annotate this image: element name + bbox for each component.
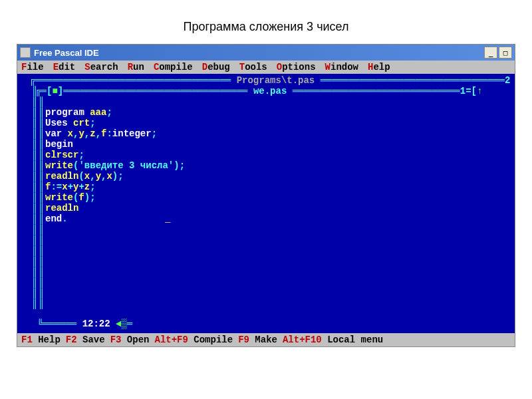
statusbar: F1 Help F2 Save F3 Open Alt+F9 Compile F… [17,333,515,346]
menu-edit[interactable]: Edit [53,62,76,72]
status-compile[interactable]: Alt+F9 Compile [154,334,233,345]
menu-file[interactable]: File [21,62,44,72]
back-window-frame: ╔═══════════════════════════════════ Pro… [19,75,515,86]
status-make[interactable]: F9 Make [238,334,277,345]
menubar[interactable]: File Edit Search Run Compile Debug Tools… [17,61,515,74]
app-icon [20,47,31,58]
menu-compile[interactable]: Compile [154,62,193,72]
ide-window: Free Pascal IDE _ □ File Edit Search Run… [17,44,515,347]
status-help[interactable]: F1 Help [21,334,61,345]
window-title: Free Pascal IDE [34,48,99,58]
editor-area[interactable]: ╔═══════════════════════════════════ Pro… [17,74,515,333]
menu-run[interactable]: Run [128,62,144,72]
titlebar[interactable]: Free Pascal IDE _ □ [17,45,515,61]
front-window-frame: ╔═[■]═════════════════════════════════ w… [19,86,515,96]
menu-debug[interactable]: Debug [202,62,230,72]
code-line: program [45,107,90,118]
front-left-border: ║ ║ ║ ║ ║ ║ ║ ║ ║ ║ ║ ║ ║ ║ ║ ║ ║ ║ ║ ║ [39,96,44,309]
text-cursor: _ [165,213,170,224]
menu-window[interactable]: Window [325,62,358,72]
status-open[interactable]: F3 Open [110,334,150,345]
maximize-button[interactable]: □ [499,47,512,59]
menu-tools[interactable]: Tools [239,62,267,72]
back-left-border: ║ ║ ║ ║ ║ ║ ║ ║ ║ ║ ║ ║ ║ ║ ║ ║ ║ ║ ║ ║ … [32,86,37,309]
menu-options[interactable]: Options [277,62,316,72]
status-localmenu[interactable]: Alt+F10 Local menu [283,334,383,345]
front-bottom-border: ╚══════ 12:22 ◄▒═ [32,319,132,329]
menu-search[interactable]: Search [84,62,118,72]
source-code[interactable]: program aaa; Uses crt; var x,y,z,f:integ… [45,96,185,224]
page-heading: Программа сложения 3 чисел [0,0,532,44]
menu-help[interactable]: Help [368,62,390,72]
minimize-button[interactable]: _ [484,47,497,59]
status-save[interactable]: F2 Save [66,334,105,345]
